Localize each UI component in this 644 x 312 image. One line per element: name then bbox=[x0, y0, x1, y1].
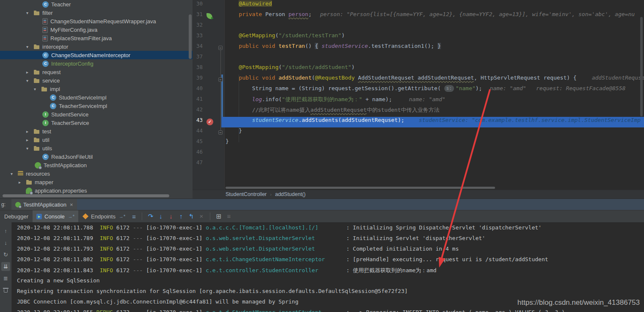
view-breakpoints-icon[interactable]: ⊞ bbox=[214, 211, 224, 222]
line-number[interactable]: 34 bbox=[193, 43, 203, 49]
tree-item-changestudentnameinterceptor[interactable]: CChangeStudentNameInterceptor bbox=[0, 51, 193, 59]
spring-bean-icon[interactable] bbox=[206, 13, 212, 19]
breadcrumb-class[interactable]: StudentController bbox=[226, 191, 267, 197]
tree-item-testihfapplication[interactable]: TestIhfApplication bbox=[0, 161, 193, 169]
tree-item-myfilterconfig-java[interactable]: MyFilterConfig.java bbox=[0, 25, 193, 34]
line-number[interactable]: 44 bbox=[193, 127, 203, 134]
code-line-45[interactable]: 45} bbox=[193, 138, 644, 149]
scroll-to-end-icon[interactable]: ⇊ bbox=[1, 262, 10, 271]
expand-arrow-icon[interactable]: ▸ bbox=[19, 180, 26, 185]
tree-item-util[interactable]: ▸util bbox=[0, 135, 193, 144]
collapse-arrow-icon[interactable]: ▾ bbox=[26, 146, 33, 151]
collapse-arrow-icon[interactable]: ▾ bbox=[26, 78, 33, 83]
code-line-46[interactable]: 46 bbox=[193, 149, 644, 159]
step-over-icon[interactable]: ↷ bbox=[146, 211, 156, 222]
tree-item-service[interactable]: ▾service bbox=[0, 76, 193, 85]
run-config-tab[interactable]: TestIhfApplication × bbox=[11, 199, 77, 210]
line-number[interactable]: 43 bbox=[193, 117, 203, 123]
breadcrumb-method[interactable]: addStudent() bbox=[275, 191, 305, 197]
code-line-40[interactable]: 40 String name = (String) request.getSes… bbox=[193, 85, 644, 96]
fold-marker-icon[interactable]: − bbox=[218, 130, 223, 135]
collapse-arrow-icon[interactable]: ▾ bbox=[11, 171, 18, 176]
fold-marker-icon[interactable]: − bbox=[218, 46, 223, 50]
menu-icon[interactable]: ≡ bbox=[132, 213, 136, 220]
fold-marker-icon[interactable]: − bbox=[218, 77, 223, 82]
tab-endpoints[interactable]: Endpoints →* bbox=[83, 213, 125, 220]
tree-item-teacherserviceimpl[interactable]: CTeacherServiceImpl bbox=[0, 102, 193, 110]
line-number[interactable]: 39 bbox=[193, 75, 203, 81]
jump-down-icon[interactable]: ↓ bbox=[1, 238, 10, 247]
collapse-arrow-icon[interactable]: ▾ bbox=[34, 87, 41, 91]
code-line-33[interactable]: 33 @GetMapping("/student/testTran") bbox=[193, 32, 644, 43]
editor-horizontal-scrollbar[interactable] bbox=[226, 187, 495, 189]
expand-arrow-icon[interactable]: ▸ bbox=[26, 138, 33, 142]
expand-arrow-icon[interactable]: ▸ bbox=[26, 129, 33, 134]
project-horizontal-scrollbar[interactable] bbox=[3, 194, 169, 197]
pin-icon[interactable]: →* bbox=[68, 214, 74, 219]
tree-item-mapper[interactable]: ▸mapper bbox=[0, 178, 193, 186]
code-line-34[interactable]: 34− public void testTran() { studentServ… bbox=[193, 43, 644, 53]
tree-item-test[interactable]: ▸test bbox=[0, 127, 193, 135]
tree-item-studentservice[interactable]: IStudentService bbox=[0, 110, 193, 119]
code-line-44[interactable]: 44− } bbox=[193, 127, 644, 138]
collapse-arrow-icon[interactable]: ▾ bbox=[26, 44, 33, 49]
code-line-41[interactable]: 41 log.info("使用拦截器获取到的name为：" + name);na… bbox=[193, 96, 644, 106]
code-line-38[interactable]: 38 @PostMapping("/student/addStudent") bbox=[193, 64, 644, 75]
code-line-32[interactable]: 32 bbox=[193, 22, 644, 32]
tree-item-resources[interactable]: ▾resources bbox=[0, 169, 193, 178]
editor-vertical-scrollbar[interactable] bbox=[640, 17, 643, 116]
tree-item-teacher[interactable]: CTeacher bbox=[0, 0, 193, 8]
tree-item-interceptor[interactable]: ▾interceptor bbox=[0, 42, 193, 51]
code-line-47[interactable]: 47 bbox=[193, 159, 644, 170]
debug-header: g: TestIhfApplication × bbox=[0, 199, 644, 210]
expand-arrow-icon[interactable]: ▸ bbox=[26, 70, 33, 75]
tree-item-request[interactable]: ▸request bbox=[0, 68, 193, 76]
tree-item-impl[interactable]: ▾impl bbox=[0, 85, 193, 93]
line-number[interactable]: 42 bbox=[193, 106, 203, 113]
tree-item-changestudentnamerequestwrapper-java[interactable]: ChangeStudentNameRequestWrapper.java bbox=[0, 17, 193, 25]
tree-item-interceptorconfig[interactable]: CInterceptorConfig bbox=[0, 59, 193, 68]
line-number[interactable]: 30 bbox=[193, 0, 203, 7]
rerun-icon[interactable]: ↻ bbox=[1, 250, 10, 259]
collapse-arrow-icon[interactable]: ▾ bbox=[26, 11, 33, 15]
mute-breakpoints-icon[interactable]: ≡ bbox=[224, 211, 234, 222]
line-number[interactable]: 33 bbox=[193, 32, 203, 39]
tree-item-replacestreamfilter-java[interactable]: ReplaceStreamFilter.java bbox=[0, 34, 193, 42]
line-number[interactable]: 32 bbox=[193, 22, 203, 28]
line-number[interactable]: 45 bbox=[193, 138, 203, 144]
code-line-30[interactable]: 30 @Autowired bbox=[193, 0, 644, 11]
line-number[interactable]: 40 bbox=[193, 85, 203, 91]
editor-panel[interactable]: 30 @Autowired31 private Person person;pe… bbox=[193, 0, 644, 190]
line-number[interactable]: 41 bbox=[193, 96, 203, 102]
tree-item-readjsonfileutil[interactable]: CReadJsonFileUtil bbox=[0, 152, 193, 161]
line-number[interactable]: 38 bbox=[193, 64, 203, 70]
clear-console-icon[interactable] bbox=[3, 287, 8, 293]
tree-item-teacherservice[interactable]: ITeacherService bbox=[0, 119, 193, 127]
line-number[interactable]: 46 bbox=[193, 149, 203, 155]
tree-item-filter[interactable]: ▾filter bbox=[0, 8, 193, 17]
breakpoint-icon[interactable]: ✓ bbox=[206, 119, 213, 125]
jump-up-icon[interactable]: ↑ bbox=[1, 226, 10, 235]
tree-item-studentserviceimpl[interactable]: CStudentServiceImpl bbox=[0, 93, 193, 102]
line-number[interactable]: 31 bbox=[193, 11, 203, 17]
code-line-39[interactable]: 39− public void addStudent(@RequestBody … bbox=[193, 75, 644, 85]
code-line-31[interactable]: 31 private Person person;person: "Person… bbox=[193, 11, 644, 22]
soft-wrap-icon[interactable]: ≣ bbox=[1, 274, 10, 283]
line-number[interactable]: 47 bbox=[193, 159, 203, 166]
project-vertical-scrollbar[interactable] bbox=[189, 14, 192, 59]
pin-icon[interactable]: →* bbox=[119, 214, 125, 219]
code-line-43[interactable]: 43✓ studentService.addStudents(addStuden… bbox=[193, 117, 644, 127]
tree-item-utils[interactable]: ▾utils bbox=[0, 144, 193, 152]
step-into-icon[interactable]: ↓ bbox=[156, 211, 166, 222]
tree-item-application-properties[interactable]: application.properties bbox=[0, 186, 193, 195]
force-step-into-icon[interactable]: ↓ bbox=[166, 211, 176, 222]
tab-debugger[interactable]: Debugger bbox=[4, 213, 28, 220]
stop-icon[interactable]: × bbox=[196, 211, 206, 222]
step-out-icon[interactable]: ↑ bbox=[176, 211, 186, 222]
code-line-42[interactable]: 42 //此时可以将name摄入addStudentRequset中的stude… bbox=[193, 106, 644, 117]
code-line-37[interactable]: 37 bbox=[193, 53, 644, 64]
tab-console[interactable]: ▶ Console →* bbox=[33, 210, 78, 222]
line-number[interactable]: 37 bbox=[193, 53, 203, 60]
close-icon[interactable]: × bbox=[70, 202, 73, 208]
drop-frame-icon[interactable]: ↰ bbox=[186, 211, 196, 222]
